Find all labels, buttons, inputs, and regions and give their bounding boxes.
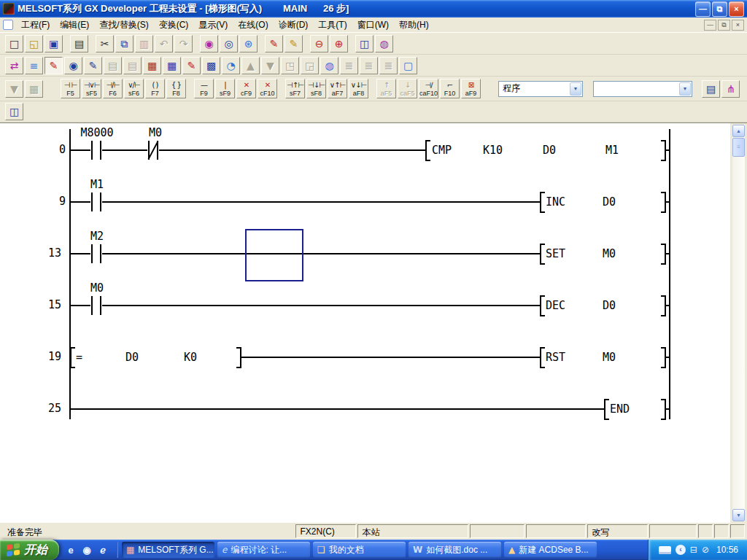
logic-test-button[interactable]: ▼ xyxy=(5,80,23,98)
window-switch-button[interactable]: ◫ xyxy=(355,35,374,52)
device-comment-button[interactable]: ✎ xyxy=(182,57,201,74)
find-button[interactable]: ◉ xyxy=(200,35,218,52)
delete-vline-button[interactable]: ✕cF10 xyxy=(258,79,277,98)
instruction-mnemonic[interactable]: INC xyxy=(546,195,565,209)
rising-branch-button[interactable]: ∨↑⊢aF7 xyxy=(328,79,347,98)
horizontal-line-button[interactable]: —F9 xyxy=(194,79,214,98)
mdi-minimize-button[interactable]: — xyxy=(704,20,716,31)
step-stop-button[interactable]: ▼ xyxy=(261,57,279,74)
task-browser-forum[interactable]: e 编程讨论: 让... xyxy=(217,542,310,558)
menu-window[interactable]: 窗口(W) xyxy=(352,18,394,33)
keyboard-tray-icon[interactable] xyxy=(659,546,671,554)
application-instruction-button[interactable]: { }F8 xyxy=(166,79,186,98)
scroll-up-button[interactable]: ▲ xyxy=(732,125,745,137)
chevron-down-icon[interactable]: ▼ xyxy=(570,82,581,96)
falling-branch-button[interactable]: ∨↓⊢aF8 xyxy=(349,79,368,98)
restore-button[interactable]: ⧉ xyxy=(712,1,727,17)
device-find-combobox[interactable]: ▼ xyxy=(593,81,692,97)
task-my-documents[interactable]: ❑ 我的文档 xyxy=(313,542,406,558)
instruction-operand[interactable]: M1 xyxy=(605,143,619,158)
online-change-button[interactable]: ≣ xyxy=(340,57,358,74)
statement-button[interactable]: ▤ xyxy=(702,80,720,98)
step-run-button[interactable]: ▲ xyxy=(241,57,260,74)
start-button[interactable]: 开始 xyxy=(0,540,59,560)
down-convert-button[interactable]: ↓caF5 xyxy=(398,79,417,98)
menu-edit[interactable]: 编辑(E) xyxy=(55,18,94,33)
device-test-button[interactable]: ▦ xyxy=(143,57,161,74)
copy-button[interactable]: ⧉ xyxy=(115,35,133,52)
new-button[interactable]: □ xyxy=(5,35,23,52)
compare-operator[interactable]: = xyxy=(76,350,82,365)
scrollbar-thumb[interactable]: ≡ xyxy=(732,138,745,157)
device-tree-button[interactable]: ⋔ xyxy=(721,80,740,98)
ladder-view-button[interactable]: ≡ xyxy=(25,57,43,74)
quicklaunch-media-button[interactable]: ◉ xyxy=(80,543,93,556)
instruction-mnemonic[interactable]: CMP xyxy=(432,143,452,158)
branch-line-button[interactable]: ⌐F10 xyxy=(440,79,460,98)
open-branch-button[interactable]: ⊣∨⊢sF5 xyxy=(82,79,101,98)
task-melsoft[interactable]: ▦ MELSOFT系列 G... xyxy=(122,542,214,558)
quicklaunch-ie-button[interactable]: e xyxy=(64,543,77,556)
cut-button[interactable]: ✂ xyxy=(96,35,114,52)
invert-result-button[interactable]: ⊣∕caF10 xyxy=(419,79,438,98)
edit-cursor-box[interactable] xyxy=(245,229,303,281)
instruction-operand[interactable]: K10 xyxy=(483,143,503,158)
open-contact-M8000[interactable] xyxy=(90,141,102,160)
insert-mode-button[interactable]: ✎ xyxy=(285,35,303,52)
ladder-edit-mode-button[interactable]: ✎ xyxy=(44,57,63,74)
rising-pulse-button[interactable]: ⊣↑⊢sF7 xyxy=(285,79,305,98)
project-verify-button[interactable]: ◍ xyxy=(375,35,393,52)
vertical-scrollbar[interactable]: ▲ ≡ ▼ xyxy=(732,125,745,521)
minimize-button[interactable]: — xyxy=(695,1,711,17)
ime-tray-icon[interactable]: ⊘ xyxy=(702,545,709,555)
menu-convert[interactable]: 变换(C) xyxy=(154,18,194,33)
closed-contact-button[interactable]: ⊣/⊢F6 xyxy=(103,79,123,98)
write-mode-button[interactable]: ✎ xyxy=(265,35,283,52)
menu-help[interactable]: 帮助(H) xyxy=(394,18,434,33)
instruction-mnemonic[interactable]: DEC xyxy=(546,298,565,313)
close-button[interactable]: × xyxy=(729,1,744,17)
paste-button[interactable]: ▥ xyxy=(135,35,153,52)
undo-button[interactable]: ↶ xyxy=(155,35,173,52)
transfer-setup-button[interactable]: ⇄ xyxy=(5,57,23,74)
open-contact-M1[interactable] xyxy=(90,192,102,211)
compare-operand[interactable]: K0 xyxy=(184,350,197,365)
online-change2-button[interactable]: ≣ xyxy=(360,57,378,74)
program-write-button[interactable]: ▤ xyxy=(123,57,142,74)
instruction-operand[interactable]: M0 xyxy=(603,246,616,261)
falling-pulse-button[interactable]: ⊣↓⊢sF8 xyxy=(306,79,326,98)
instruction-mnemonic[interactable]: SET xyxy=(546,246,565,261)
vertical-line-button[interactable]: |sF9 xyxy=(215,79,235,98)
redo-button[interactable]: ↷ xyxy=(174,35,193,52)
instruction-operand[interactable]: M0 xyxy=(603,350,616,365)
open-contact-M0[interactable] xyxy=(90,296,102,315)
instruction-operand[interactable]: D0 xyxy=(543,143,556,158)
compare-operand[interactable]: D0 xyxy=(125,350,139,365)
instruction-operand[interactable]: D0 xyxy=(603,195,616,209)
online-change3-button[interactable]: ≣ xyxy=(379,57,398,74)
project-list-button[interactable]: ◫ xyxy=(5,103,23,120)
remote-operation-button[interactable]: ◍ xyxy=(320,57,338,74)
print-button[interactable]: ▤ xyxy=(70,35,88,52)
open-button[interactable]: ◱ xyxy=(25,35,43,52)
menu-diagnostics[interactable]: 诊断(D) xyxy=(274,18,314,33)
up-convert-button[interactable]: ↑aF5 xyxy=(376,79,396,98)
menu-online[interactable]: 在线(O) xyxy=(233,18,273,33)
chevron-down-icon[interactable]: ▼ xyxy=(679,82,691,96)
sampling-trace-button[interactable]: ◔ xyxy=(222,57,240,74)
hide-icons-chevron[interactable]: ‹ xyxy=(676,545,686,555)
mdi-close-button[interactable]: × xyxy=(732,20,744,31)
program-type-combobox[interactable]: 程序 ▼ xyxy=(498,81,583,97)
menu-find-replace[interactable]: 查找/替换(S) xyxy=(94,18,153,33)
open-contact-button[interactable]: ⊣ ⊢F5 xyxy=(61,79,80,98)
find-contact-button[interactable]: ◎ xyxy=(220,35,238,52)
closed-contact-M0[interactable] xyxy=(147,141,159,160)
cross-reference-button[interactable]: ▩ xyxy=(202,57,220,74)
monitor-mode-button[interactable]: ▦ xyxy=(25,80,43,98)
ladder-monitor-button[interactable]: ▢ xyxy=(399,57,417,74)
partial-run2-button[interactable]: ◲ xyxy=(301,57,319,74)
open-contact-M2[interactable] xyxy=(90,244,102,263)
instruction-operand[interactable]: D0 xyxy=(603,298,616,313)
program-read-button[interactable]: ▤ xyxy=(104,57,122,74)
instruction-mnemonic[interactable]: END xyxy=(610,402,630,416)
